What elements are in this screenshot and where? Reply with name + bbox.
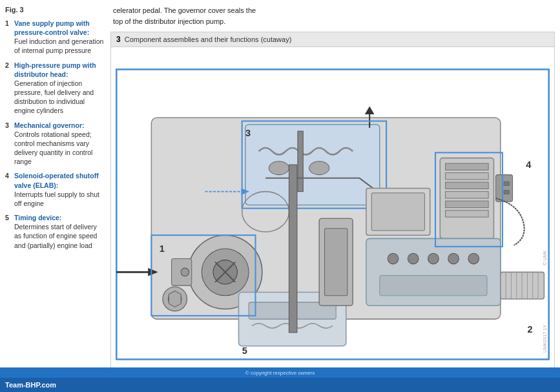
footer-logo: Team-BHP.com xyxy=(5,381,56,389)
fig-label: Fig. 3 xyxy=(5,5,105,15)
footer-bar: Team-BHP.com xyxy=(0,378,560,392)
item-content-1: Vane supply pump with pressure-control v… xyxy=(14,19,105,56)
item-num-4: 4 xyxy=(5,171,12,208)
top-text-line1: celerator pedal. The governor cover seal… xyxy=(113,6,256,14)
item-num-3: 3 xyxy=(5,121,12,167)
item-num-1: 1 xyxy=(5,19,12,56)
svg-rect-25 xyxy=(504,191,509,194)
cutaway-diagram: 1 2 3 4 5 xyxy=(111,47,554,383)
svg-rect-23 xyxy=(496,175,513,202)
svg-rect-32 xyxy=(380,276,487,296)
list-item: 3 Mechanical governor: Controls rotation… xyxy=(5,121,105,167)
item-title-4: Solenoid-operated shutoff valve (ELAB): xyxy=(14,172,99,189)
diagram-header: 3 Component assemblies and their functio… xyxy=(111,32,554,47)
diagram-title: Component assemblies and their functions… xyxy=(125,36,292,43)
top-text: celerator pedal. The governor cover seal… xyxy=(110,5,555,26)
item-desc-4: Interrupts fuel supply to shut off engin… xyxy=(14,191,99,207)
svg-text:UMK0317.1Y: UMK0317.1Y xyxy=(542,325,548,353)
svg-rect-13 xyxy=(298,131,303,192)
item-num-5: 5 xyxy=(5,213,12,250)
list-item: 4 Solenoid-operated shutoff valve (ELAB)… xyxy=(5,171,105,208)
right-panel: celerator pedal. The governor cover seal… xyxy=(110,5,555,387)
item-desc-3: Controls rotational speed; control mecha… xyxy=(14,130,92,166)
top-text-line2: top of the distributor injection pump. xyxy=(113,17,225,25)
item-content-5: Timing device: Determines start of deliv… xyxy=(14,213,105,250)
svg-point-12 xyxy=(309,161,329,175)
svg-text:1: 1 xyxy=(160,243,165,254)
diagram-container: 3 Component assemblies and their functio… xyxy=(110,32,555,387)
svg-rect-64 xyxy=(371,193,424,231)
svg-rect-24 xyxy=(504,181,509,185)
svg-point-29 xyxy=(428,253,439,264)
item-list: 1 Vane supply pump with pressure-control… xyxy=(5,19,105,250)
svg-text:2: 2 xyxy=(527,324,532,335)
main-container: Fig. 3 1 Vane supply pump with pressure-… xyxy=(0,0,560,392)
svg-rect-65 xyxy=(289,165,296,333)
svg-rect-17 xyxy=(446,163,489,170)
item-desc-2: Generation of injection pressure, fuel d… xyxy=(14,79,94,115)
svg-point-31 xyxy=(468,253,479,264)
list-item: 5 Timing device: Determines start of del… xyxy=(5,213,105,250)
svg-rect-19 xyxy=(446,182,489,189)
svg-rect-50 xyxy=(325,229,347,296)
svg-rect-22 xyxy=(446,211,489,217)
item-content-2: High-pressure pump with distributor head… xyxy=(14,61,105,116)
svg-rect-18 xyxy=(446,173,489,180)
svg-point-30 xyxy=(448,253,459,264)
item-title-5: Timing device: xyxy=(14,214,61,222)
item-content-4: Solenoid-operated shutoff valve (ELAB): … xyxy=(14,171,105,208)
svg-point-11 xyxy=(269,161,289,175)
copyright-text: © copyright respective owners xyxy=(245,370,315,376)
item-num-2: 2 xyxy=(5,61,12,116)
svg-rect-20 xyxy=(446,192,489,198)
svg-point-9 xyxy=(181,268,189,276)
item-desc-1: Fuel induction and generation of interna… xyxy=(14,37,103,54)
item-content-3: Mechanical governor: Controls rotational… xyxy=(14,121,105,167)
list-item: 1 Vane supply pump with pressure-control… xyxy=(5,19,105,56)
svg-text:4: 4 xyxy=(526,160,532,170)
item-title-2: High-pressure pump with distributor head… xyxy=(14,61,96,78)
item-title-3: Mechanical governor: xyxy=(14,121,85,129)
list-item: 2 High-pressure pump with distributor he… xyxy=(5,61,105,116)
svg-point-28 xyxy=(408,253,419,264)
item-desc-5: Determines start of delivery as function… xyxy=(14,223,97,249)
svg-rect-21 xyxy=(446,201,489,207)
svg-text:3: 3 xyxy=(245,128,251,138)
diagram-number: 3 xyxy=(116,35,121,44)
copyright-bar: © copyright respective owners xyxy=(0,367,560,378)
svg-point-27 xyxy=(388,253,399,264)
svg-text:© UMK: © UMK xyxy=(542,250,548,265)
left-panel: Fig. 3 1 Vane supply pump with pressure-… xyxy=(5,5,105,387)
item-title-1: Vane supply pump with pressure-control v… xyxy=(14,19,90,36)
svg-text:5: 5 xyxy=(242,346,247,356)
svg-marker-54 xyxy=(169,291,181,307)
diagram-body: 1 2 3 4 5 xyxy=(111,47,554,383)
